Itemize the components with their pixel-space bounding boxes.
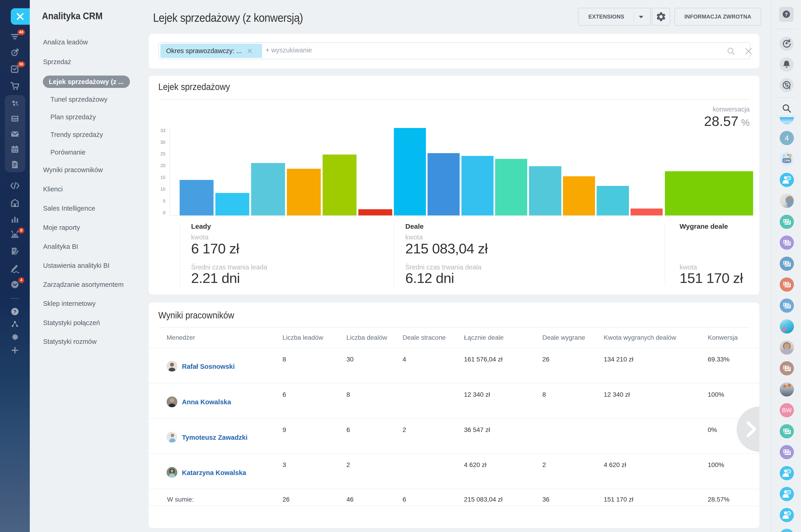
svg-text:?: ? (785, 12, 788, 17)
svg-text:?: ? (13, 309, 16, 315)
svg-text:CRM: CRM (783, 159, 790, 162)
